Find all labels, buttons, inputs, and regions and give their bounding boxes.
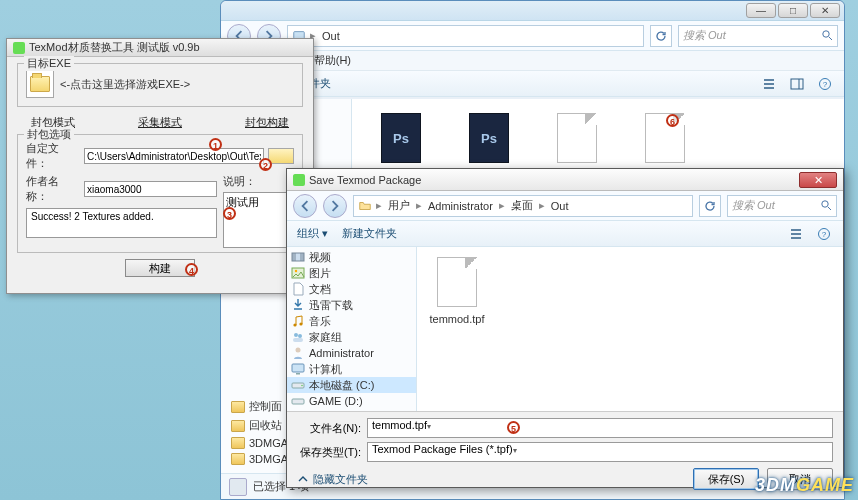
save-file-pane[interactable]: temmod.tpf xyxy=(417,247,843,411)
note-textarea[interactable]: 测试用 xyxy=(223,192,294,248)
menu-help[interactable]: 帮助(H) xyxy=(314,53,351,68)
close-button[interactable]: ✕ xyxy=(810,3,840,18)
svg-text:?: ? xyxy=(822,230,827,239)
help-icon: ? xyxy=(818,77,832,91)
tree-item[interactable]: 迅雷下载 xyxy=(287,297,416,313)
watermark: 3DMGAME xyxy=(755,475,854,496)
filename-label: 文件名(N): xyxy=(297,421,361,436)
save-nav-row: ▸用户 ▸Administrator ▸桌面 ▸Out 搜索 Out xyxy=(287,191,843,221)
nav-back-button[interactable] xyxy=(293,194,317,218)
tab-capture[interactable]: 采集模式 xyxy=(138,115,182,130)
sidebar-item[interactable]: 3DMGA xyxy=(231,453,288,465)
select-exe-hint[interactable]: <-点击这里选择游戏EXE-> xyxy=(60,77,190,92)
help-button[interactable]: ? xyxy=(816,75,834,93)
texmod-titlebar[interactable]: TexMod材质替换工具 测试版 v0.9b xyxy=(7,39,313,57)
save-breadcrumb[interactable]: ▸用户 ▸Administrator ▸桌面 ▸Out xyxy=(353,195,693,217)
target-exe-group: 目标EXE <-点击这里选择游戏EXE-> xyxy=(17,63,303,107)
help-icon: ? xyxy=(817,227,831,241)
annotation-1: 1 xyxy=(209,138,222,151)
save-search[interactable]: 搜索 Out xyxy=(727,195,837,217)
drive-icon xyxy=(291,378,305,392)
search-icon xyxy=(820,199,832,213)
music-icon xyxy=(291,314,305,328)
refresh-button[interactable] xyxy=(699,195,721,217)
svg-rect-16 xyxy=(293,338,303,342)
hide-folders-toggle[interactable]: 隐藏文件夹 xyxy=(297,472,368,487)
note-label: 说明： xyxy=(223,174,257,189)
explorer-titlebar[interactable]: — □ ✕ xyxy=(221,1,844,21)
author-input[interactable] xyxy=(84,181,217,197)
save-titlebar[interactable]: Save Texmod Package ✕ xyxy=(287,169,843,191)
texmod-window: TexMod材质替换工具 测试版 v0.9b 目标EXE <-点击这里选择游戏E… xyxy=(6,38,314,294)
crumb-out[interactable]: Out xyxy=(320,30,342,42)
window-controls: — □ ✕ xyxy=(746,3,840,18)
filename-input[interactable]: temmod.tpf▾ xyxy=(367,418,833,438)
annotation-4: 4 xyxy=(185,263,198,276)
explorer-menubar: (V) 工具(T) 帮助(H) xyxy=(221,51,844,71)
texmod-title: TexMod材质替换工具 测试版 v0.9b xyxy=(29,40,200,55)
list-icon xyxy=(789,227,803,241)
explorer-search[interactable]: 搜索 Out xyxy=(678,25,838,47)
annotation-3: 3 xyxy=(223,207,236,220)
tree-item[interactable]: GAME (D:) xyxy=(287,393,416,409)
breadcrumb[interactable]: ▸ Out xyxy=(287,25,644,47)
tab-build[interactable]: 封包构建 xyxy=(245,115,289,130)
app-icon xyxy=(293,174,305,186)
browse-deffile-button[interactable] xyxy=(268,148,294,164)
sidebar-item[interactable]: 3DMGA xyxy=(231,437,288,449)
sidebar-item[interactable]: 回收站 xyxy=(231,418,288,433)
deffile-input[interactable] xyxy=(84,148,264,164)
tree-item[interactable]: 视频 xyxy=(287,249,416,265)
save-toolbar: 组织 ▾ 新建文件夹 ? xyxy=(287,221,843,247)
tree-item[interactable]: 计算机 xyxy=(287,361,416,377)
downloads-icon xyxy=(291,298,305,312)
folder-icon xyxy=(358,199,372,213)
type-select[interactable]: Texmod Package Files (*.tpf)▾ xyxy=(367,442,833,462)
view-options-button[interactable] xyxy=(787,225,805,243)
tree-item[interactable]: 图片 xyxy=(287,265,416,281)
svg-rect-18 xyxy=(292,364,304,372)
chevron-up-icon xyxy=(297,473,309,485)
pictures-icon xyxy=(291,266,305,280)
folder-icon xyxy=(231,437,245,449)
psd-icon: Ps xyxy=(469,113,509,163)
annotation-5: 5 xyxy=(507,421,520,434)
file-item[interactable]: temmod.tpf xyxy=(427,257,487,325)
svg-rect-3 xyxy=(791,79,803,89)
status-icon xyxy=(229,478,247,496)
folder-icon xyxy=(231,420,245,432)
svg-point-14 xyxy=(294,333,298,337)
folder-tree[interactable]: 视频 图片 文档 迅雷下载 音乐 家庭组 Administrator 计算机 本… xyxy=(287,247,417,411)
status-output: Success! 2 Textures added. xyxy=(26,208,217,238)
svg-point-11 xyxy=(295,270,297,272)
app-icon xyxy=(13,42,25,54)
explorer-nav-row: ▸ Out 搜索 Out xyxy=(221,21,844,51)
maximize-button[interactable]: □ xyxy=(778,3,808,18)
type-label: 保存类型(T): xyxy=(297,445,361,460)
video-icon xyxy=(291,250,305,264)
organize-button[interactable]: 组织 ▾ xyxy=(297,226,328,241)
newfolder-button[interactable]: 新建文件夹 xyxy=(342,226,397,241)
save-button[interactable]: 保存(S) xyxy=(693,468,759,490)
minimize-button[interactable]: — xyxy=(746,3,776,18)
arrow-left-icon xyxy=(299,200,311,212)
close-button[interactable]: ✕ xyxy=(799,172,837,188)
preview-pane-button[interactable] xyxy=(788,75,806,93)
svg-point-6 xyxy=(822,200,828,206)
folder-icon xyxy=(231,401,245,413)
tree-item[interactable]: 文档 xyxy=(287,281,416,297)
view-options-button[interactable] xyxy=(760,75,778,93)
tree-item-selected[interactable]: 本地磁盘 (C:) xyxy=(287,377,416,393)
document-icon xyxy=(437,257,477,307)
browse-exe-button[interactable] xyxy=(26,70,54,98)
help-button[interactable]: ? xyxy=(815,225,833,243)
refresh-button[interactable] xyxy=(650,25,672,47)
document-icon xyxy=(557,113,597,163)
nav-forward-button[interactable] xyxy=(323,194,347,218)
sidebar-item[interactable]: 控制面 xyxy=(231,399,288,414)
tree-item[interactable]: 音乐 xyxy=(287,313,416,329)
tree-item[interactable]: Administrator xyxy=(287,345,416,361)
svg-rect-22 xyxy=(292,399,304,404)
target-legend: 目标EXE xyxy=(24,56,74,71)
tree-item[interactable]: 家庭组 xyxy=(287,329,416,345)
